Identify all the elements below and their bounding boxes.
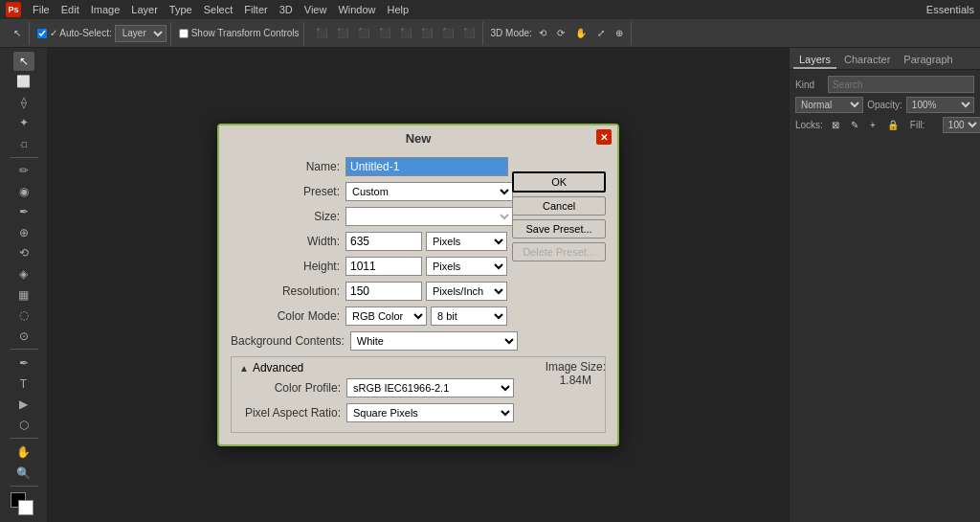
menu-file[interactable]: File xyxy=(33,4,50,15)
tool-separator-3 xyxy=(10,438,38,439)
blur-tool[interactable]: ◌ xyxy=(13,306,34,325)
transform-group: Show Transform Controls xyxy=(175,22,304,45)
3d-slide-btn[interactable]: ⤢ xyxy=(593,26,609,40)
align-left-btn[interactable]: ⬛ xyxy=(312,26,331,40)
app-icon: Ps xyxy=(6,2,21,17)
layers-search-row: Kind xyxy=(795,76,974,93)
menu-edit[interactable]: Edit xyxy=(61,4,79,15)
preset-select[interactable]: Custom Default Photoshop Size US Paper P… xyxy=(345,182,513,201)
menu-image[interactable]: Image xyxy=(91,4,121,15)
shape-tool[interactable]: ⬡ xyxy=(13,416,34,435)
quick-select-tool[interactable]: ✦ xyxy=(13,114,34,133)
3d-rotate-btn[interactable]: ⟲ xyxy=(535,26,550,40)
auto-select-checkbox[interactable] xyxy=(37,29,47,38)
lock-position-btn[interactable]: + xyxy=(866,118,880,132)
auto-select-type[interactable]: Layer xyxy=(115,25,167,42)
tab-layers[interactable]: Layers xyxy=(793,52,836,69)
eyedropper-tool[interactable]: ✏ xyxy=(13,162,34,181)
crop-tool[interactable]: ⟤ xyxy=(13,134,34,153)
image-size-value: 1.84M xyxy=(546,374,606,387)
move-tool-btn[interactable]: ↖ xyxy=(10,26,25,40)
blend-mode-select[interactable]: Normal Multiply Screen xyxy=(795,97,863,113)
3d-pan-btn[interactable]: ✋ xyxy=(571,26,590,40)
text-tool[interactable]: T xyxy=(13,374,34,394)
align-top-btn[interactable]: ⬛ xyxy=(375,26,394,40)
size-label: Size: xyxy=(231,210,345,223)
menu-filter[interactable]: Filter xyxy=(244,4,267,15)
tool-separator-4 xyxy=(10,486,38,487)
menu-window[interactable]: Window xyxy=(338,4,375,15)
align-center-btn[interactable]: ⬛ xyxy=(333,26,352,40)
dodge-tool[interactable]: ⊙ xyxy=(13,327,34,346)
width-unit-select[interactable]: Pixels Inches Centimeters xyxy=(426,232,507,251)
eraser-tool[interactable]: ◈ xyxy=(13,264,34,284)
lock-transparent-btn[interactable]: ⊠ xyxy=(828,118,843,132)
clone-tool[interactable]: ⊕ xyxy=(13,223,34,242)
menu-view[interactable]: View xyxy=(304,4,327,15)
dialog-buttons: OK Cancel Save Preset... Delete Preset..… xyxy=(512,171,606,261)
align-bottom-btn[interactable]: ⬛ xyxy=(417,26,436,40)
path-select-tool[interactable]: ▶ xyxy=(13,395,34,414)
hand-tool[interactable]: ✋ xyxy=(13,443,34,462)
move-tool[interactable]: ↖ xyxy=(13,52,34,71)
name-input[interactable] xyxy=(345,157,508,176)
brush-tool[interactable]: ✒ xyxy=(13,203,34,222)
tool-options-group: ↖ xyxy=(6,22,30,45)
menu-select[interactable]: Select xyxy=(204,4,234,15)
height-input[interactable] xyxy=(345,257,422,276)
cancel-button[interactable]: Cancel xyxy=(512,196,606,216)
menu-help[interactable]: Help xyxy=(388,4,410,15)
tab-paragraph[interactable]: Paragraph xyxy=(898,52,958,69)
dist-h-btn[interactable]: ⬛ xyxy=(438,26,457,40)
align-right-btn[interactable]: ⬛ xyxy=(354,26,373,40)
advanced-toggle-button[interactable]: ▲ xyxy=(239,363,249,374)
zoom-tool[interactable]: 🔍 xyxy=(13,464,34,483)
opacity-label: Opacity: xyxy=(867,100,902,110)
resolution-input[interactable] xyxy=(345,282,422,301)
align-middle-btn[interactable]: ⬛ xyxy=(396,26,415,40)
3d-scale-btn[interactable]: ⊕ xyxy=(612,26,627,40)
dist-v-btn[interactable]: ⬛ xyxy=(459,26,479,40)
lock-image-btn[interactable]: ✎ xyxy=(847,118,862,132)
ok-button[interactable]: OK xyxy=(512,171,606,193)
menu-layer[interactable]: Layer xyxy=(131,4,158,15)
dialog-close-button[interactable]: ✕ xyxy=(596,129,612,145)
resolution-unit-select[interactable]: Pixels/Inch Pixels/Centimeter xyxy=(426,282,507,301)
color-pair[interactable] xyxy=(11,492,37,516)
lasso-tool[interactable]: ⟠ xyxy=(13,93,34,112)
width-input[interactable] xyxy=(345,232,422,251)
toolbar: ↖ ✓ Auto-Select: Layer Show Transform Co… xyxy=(0,19,980,48)
pixel-aspect-select[interactable]: Square Pixels D1/DV NTSC (0.91) D1/DV PA… xyxy=(346,403,514,422)
history-brush-tool[interactable]: ⟲ xyxy=(13,244,34,263)
pen-tool[interactable]: ✒ xyxy=(13,353,34,373)
background-label: Background Contents: xyxy=(231,334,350,348)
save-preset-button[interactable]: Save Preset... xyxy=(512,219,606,238)
3d-roll-btn[interactable]: ⟳ xyxy=(553,26,568,40)
color-profile-select[interactable]: sRGB IEC61966-2.1 Adobe RGB (1998) ProPh… xyxy=(346,378,514,397)
menu-bar: Ps File Edit Image Layer Type Select Fil… xyxy=(0,0,980,19)
opacity-select[interactable]: 100% xyxy=(906,97,974,113)
bit-depth-select[interactable]: 8 bit 16 bit 32 bit xyxy=(431,306,507,326)
spot-heal-tool[interactable]: ◉ xyxy=(13,182,34,201)
size-select[interactable] xyxy=(345,207,513,226)
background-color[interactable] xyxy=(18,500,33,515)
menu-type[interactable]: Type xyxy=(169,4,192,15)
pixel-aspect-label: Pixel Aspect Ratio: xyxy=(232,406,346,420)
color-profile-label: Color Profile: xyxy=(232,381,346,395)
color-mode-select[interactable]: RGB Color Bitmap Grayscale CMYK Color La… xyxy=(345,306,427,326)
dialog-overlay: New ✕ OK Cancel Save Preset... Delete Pr… xyxy=(48,48,789,522)
marquee-tool[interactable]: ⬜ xyxy=(13,73,34,92)
lock-all-btn[interactable]: 🔒 xyxy=(883,118,902,132)
3d-mode-group: 3D Mode: ⟲ ⟳ ✋ ⤢ ⊕ xyxy=(487,22,632,45)
align-group: ⬛ ⬛ ⬛ ⬛ ⬛ ⬛ ⬛ ⬛ xyxy=(308,22,483,45)
menu-3d[interactable]: 3D xyxy=(279,4,293,15)
background-select[interactable]: White Background Color Transparent xyxy=(350,331,518,351)
auto-select-group: ✓ Auto-Select: Layer xyxy=(33,22,171,45)
fill-select[interactable]: 100% xyxy=(943,117,980,133)
height-unit-select[interactable]: Pixels Inches Centimeters xyxy=(426,257,507,276)
layers-search-input[interactable] xyxy=(828,76,974,93)
gradient-tool[interactable]: ▦ xyxy=(13,285,34,305)
transform-checkbox[interactable] xyxy=(179,29,189,38)
delete-preset-button[interactable]: Delete Preset... xyxy=(512,242,606,261)
tab-character[interactable]: Character xyxy=(838,52,896,69)
